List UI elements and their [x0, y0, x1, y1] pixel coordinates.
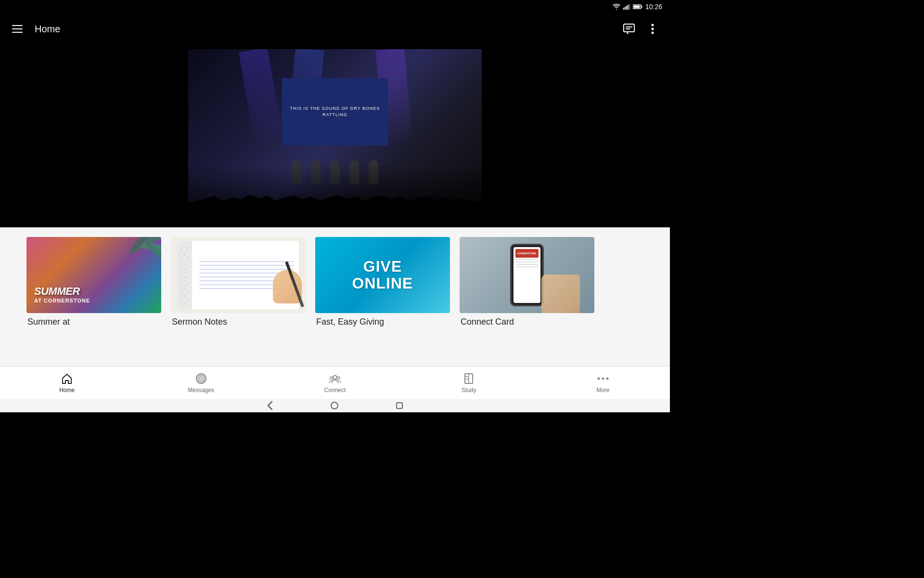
study-nav-label: Study: [462, 387, 476, 394]
give-online-card-label: Fast, Easy Giving: [315, 317, 450, 327]
app-bar: Home: [0, 13, 670, 44]
more-nav-icon: [597, 372, 609, 385]
nav-connect[interactable]: Connect: [268, 367, 402, 399]
more-vertical-icon: [651, 24, 654, 34]
menu-line-1: [12, 25, 23, 26]
page-title: Home: [35, 24, 620, 35]
sermon-notes-card-image: [171, 237, 306, 313]
svg-rect-33: [397, 403, 402, 408]
svg-point-29: [597, 377, 600, 380]
svg-point-13: [652, 32, 654, 34]
connect-nav-icon: [329, 372, 341, 385]
hero-image[interactable]: THIS IS THE SOUND OF DRY BONES RATTLING: [188, 49, 482, 223]
svg-rect-6: [641, 6, 642, 8]
phone-mockup: CORNERSTONE: [510, 244, 544, 306]
phone-screen-line-3: [515, 264, 539, 265]
give-online-card-image: GIVE ONLINE: [315, 237, 450, 313]
give-line2: ONLINE: [352, 275, 413, 292]
content-area: SUMMER AT CORNERSTONE Summer at: [0, 227, 670, 380]
sermon-notes-card-label: Sermon Notes: [171, 317, 306, 327]
recents-button[interactable]: [396, 402, 403, 409]
svg-rect-2: [626, 6, 627, 10]
svg-rect-10: [626, 28, 630, 29]
summer-text-block: SUMMER AT CORNERSTONE: [34, 286, 90, 303]
stage-screen-text: THIS IS THE SOUND OF DRY BONES RATTLING: [282, 105, 388, 118]
connect-card-image: CORNERSTONE: [460, 237, 594, 313]
palm-leaves-decoration: [108, 237, 161, 290]
svg-point-12: [652, 28, 654, 30]
menu-line-2: [12, 28, 23, 29]
svg-point-31: [606, 377, 608, 380]
phone-header-text: CORNERSTONE: [517, 252, 536, 255]
stage-screen: THIS IS THE SOUND OF DRY BONES RATTLING: [282, 78, 388, 145]
give-card-bg: GIVE ONLINE: [315, 237, 450, 313]
spiral-holes: [181, 246, 187, 304]
svg-point-30: [602, 377, 604, 380]
notes-card-bg: [171, 237, 306, 313]
home-nav-icon: [61, 372, 73, 385]
chat-icon: [623, 24, 636, 34]
nav-more[interactable]: More: [536, 367, 670, 399]
back-button[interactable]: [267, 401, 273, 410]
battery-icon: [633, 4, 642, 10]
bottom-nav: Home Messages Connect: [0, 366, 670, 399]
give-online-card[interactable]: GIVE ONLINE Fast, Easy Giving: [315, 237, 450, 327]
wifi-icon: [613, 4, 620, 10]
phone-screen-line-2: [515, 262, 539, 263]
menu-button[interactable]: [8, 19, 27, 39]
give-line1: GIVE: [363, 258, 402, 275]
give-text: GIVE ONLINE: [352, 258, 413, 292]
connect-nav-label: Connect: [324, 387, 346, 394]
summer-card[interactable]: SUMMER AT CORNERSTONE Summer at: [26, 237, 161, 327]
status-time: 10:26: [645, 3, 662, 11]
notebook-line-1: [199, 261, 294, 262]
summer-card-image: SUMMER AT CORNERSTONE: [26, 237, 161, 313]
phone-screen-line-4: [515, 266, 539, 267]
status-bar: 10:26: [0, 0, 670, 13]
more-nav-label: More: [596, 387, 609, 394]
summer-card-label: Summer at: [26, 317, 161, 327]
study-nav-icon: [462, 372, 475, 385]
svg-point-22: [333, 375, 336, 379]
svg-rect-0: [623, 8, 624, 10]
svg-rect-7: [633, 6, 640, 8]
phone-screen-line-1: [515, 259, 539, 260]
spiral-hole-3: [181, 264, 187, 270]
hero-area: THIS IS THE SOUND OF DRY BONES RATTLING: [0, 44, 670, 227]
messages-nav-label: Messages: [188, 387, 214, 394]
connect-card-bg: CORNERSTONE: [460, 237, 594, 313]
svg-point-23: [330, 377, 333, 380]
nav-study[interactable]: Study: [402, 367, 536, 399]
status-icons: 10:26: [613, 3, 662, 11]
notebook-line-2: [199, 265, 294, 266]
nav-home[interactable]: Home: [0, 367, 134, 399]
svg-rect-9: [626, 26, 632, 27]
spiral-hole-6: [181, 289, 187, 295]
chat-button[interactable]: [620, 19, 639, 39]
home-button[interactable]: [331, 402, 338, 409]
light-beam-1: [239, 49, 284, 147]
spiral-hole-4: [181, 272, 187, 278]
hand-holding: [541, 275, 580, 313]
notebook-line-3: [199, 269, 294, 270]
app-bar-actions: [620, 19, 662, 39]
spiral-hole-5: [181, 280, 187, 286]
svg-rect-3: [628, 5, 629, 10]
phone-screen: CORNERSTONE: [513, 247, 540, 303]
signal-icon: [623, 4, 630, 10]
more-button[interactable]: [643, 19, 662, 39]
summer-subtitle: AT CORNERSTONE: [34, 298, 90, 303]
svg-point-21: [200, 378, 202, 379]
connect-card[interactable]: CORNERSTONE Connect Card: [460, 237, 594, 327]
android-nav-bar: [0, 399, 670, 412]
svg-point-32: [331, 402, 338, 409]
spiral-hole-1: [181, 247, 187, 253]
svg-point-17: [143, 240, 161, 263]
menu-line-3: [12, 32, 23, 33]
svg-rect-1: [625, 7, 626, 10]
connect-card-label: Connect Card: [460, 317, 594, 327]
summer-card-bg: SUMMER AT CORNERSTONE: [26, 237, 161, 313]
nav-messages[interactable]: Messages: [134, 367, 268, 399]
sermon-notes-card[interactable]: Sermon Notes: [171, 237, 306, 327]
hand-visual: [273, 270, 302, 303]
